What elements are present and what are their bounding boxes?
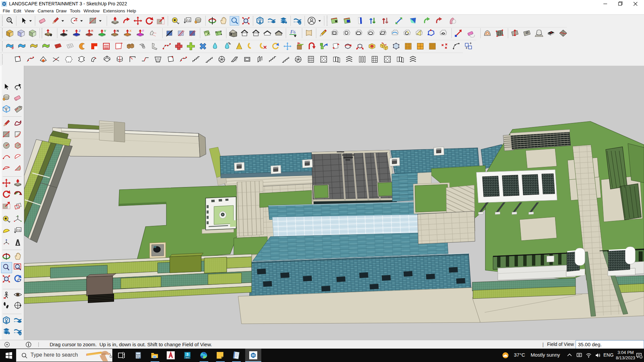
svg-text:V: V — [104, 29, 106, 33]
svg-text:F: F — [142, 29, 144, 33]
svg-text:R: R — [91, 29, 94, 33]
svg-text:3: 3 — [186, 352, 188, 356]
svg-text:A1: A1 — [17, 228, 20, 232]
svg-text:=: = — [66, 29, 67, 33]
svg-text:#: # — [12, 46, 14, 50]
svg-text:J: J — [78, 29, 80, 33]
svg-text:X: X — [129, 29, 131, 33]
svg-text:MAX: MAX — [185, 357, 190, 359]
svg-text:N: N — [117, 29, 119, 33]
svg-text:F: F — [290, 29, 293, 35]
svg-text:4: 4 — [640, 356, 642, 358]
svg-text:6: 6 — [293, 30, 296, 35]
svg-text:A1: A1 — [186, 18, 190, 22]
